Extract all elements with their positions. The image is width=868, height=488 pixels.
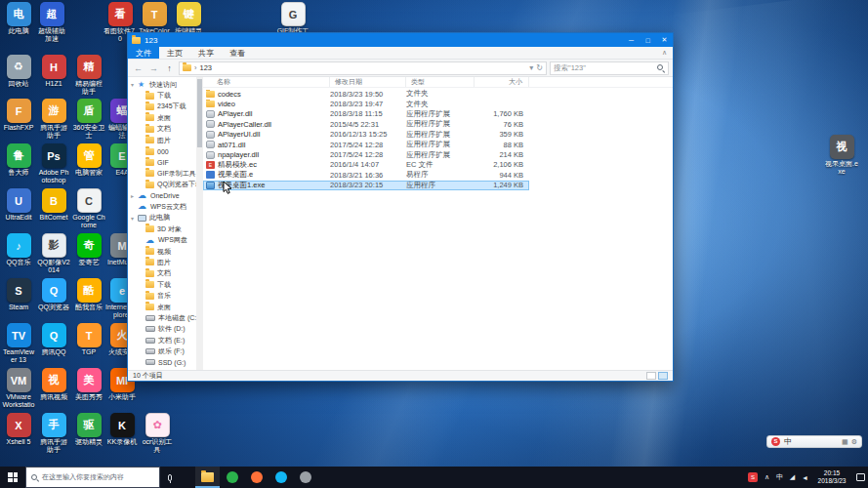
address-bar[interactable]: › 123 ▾ ↻ [179, 61, 547, 75]
details-view-button[interactable] [646, 372, 656, 380]
taskbar-app[interactable] [195, 467, 220, 488]
sidebar-item[interactable]: WPS云文档 [128, 201, 196, 212]
desktop-icon[interactable]: 视腾讯视频 [37, 368, 70, 401]
file-row[interactable]: 视果桌面1.exe2018/3/23 20:15应用程序1,249 KB [203, 181, 529, 190]
desktop-icon[interactable]: 键按键精灵 [172, 2, 205, 35]
forward-button[interactable]: → [147, 61, 160, 74]
icons-view-button[interactable] [658, 372, 668, 380]
desktop-icon[interactable]: KKK录像机 [105, 413, 139, 446]
taskbar-search-input[interactable]: 在这里输入你要搜索的内容 [25, 467, 160, 488]
column-header[interactable]: 类型 [406, 77, 475, 87]
sidebar-item[interactable]: WPS网盘 [128, 234, 196, 245]
desktop-icon[interactable]: 游腾讯手游助手 [37, 99, 70, 140]
desktop-icon[interactable]: FFlashFXP [2, 99, 35, 132]
desktop-icon[interactable]: ✿ocr识别工具 [141, 413, 174, 454]
desktop-icon[interactable]: 鲁鲁大师 [2, 143, 35, 177]
desktop-icon[interactable]: 超超级辅助加速 [35, 2, 68, 43]
desktop-icon[interactable]: ♻回收站 [2, 55, 35, 88]
start-button[interactable] [0, 467, 25, 488]
sidebar-item[interactable]: 视频 [128, 246, 196, 257]
file-row[interactable]: npaplayer.dll2017/5/24 12:28应用程序扩展214 KB [203, 149, 529, 159]
column-header[interactable]: 修改日期 [330, 77, 406, 87]
refresh-icon[interactable]: ↻ [536, 63, 543, 72]
sidebar-item[interactable]: 图片 [128, 135, 196, 145]
sidebar-item[interactable]: 文档 (E:) [128, 335, 196, 346]
file-row[interactable]: APlayerCaller.dll2015/4/5 22:31应用程序扩展76 … [203, 119, 529, 129]
file-row[interactable]: APlayerUI.dll2016/12/13 15:25应用程序扩展359 K… [203, 130, 529, 140]
desktop-icon[interactable]: 盾360安全卫士 [72, 99, 105, 140]
desktop-icon[interactable]: 酷酷我音乐 [72, 278, 105, 311]
ime-icon[interactable]: ▦ [842, 438, 848, 446]
menu-item[interactable]: 文件 [128, 47, 159, 59]
desktop-icon[interactable]: XXshell 5 [2, 413, 35, 446]
close-button[interactable]: ✕ [656, 33, 673, 47]
desktop-icon[interactable]: Q腾讯QQ [37, 323, 70, 356]
desktop-icon[interactable]: 电此电脑 [2, 2, 35, 35]
desktop-icon[interactable]: 奇爱奇艺 [72, 233, 105, 266]
ime-brand-icon[interactable]: S [771, 437, 780, 446]
file-row[interactable]: codecs2018/3/23 19:50文件夹 [203, 89, 529, 99]
breadcrumb[interactable]: 123 [200, 63, 213, 72]
sidebar-item[interactable]: 文档 [128, 124, 196, 135]
desktop-icon[interactable]: QQQ浏览器 [37, 278, 70, 311]
sidebar-item[interactable]: 桌面 [128, 112, 196, 123]
volume-icon[interactable]: ◄ [799, 474, 811, 481]
network-icon[interactable]: ◢ [786, 473, 799, 481]
address-dropdown-icon[interactable]: ▾ [529, 63, 533, 72]
desktop-icon[interactable]: 视视果桌面.exe [825, 135, 858, 176]
ime-icon[interactable]: ⚙ [851, 438, 857, 446]
sidebar-item[interactable]: 下载 [128, 90, 196, 101]
desktop-icon[interactable]: 精精易编程助手 [72, 55, 105, 96]
sidebar-item[interactable]: 桌面 [128, 302, 196, 312]
sidebar-item[interactable]: 2345下载 [128, 102, 196, 112]
ime-mode-toggle[interactable]: 中 [784, 436, 792, 447]
file-row[interactable]: 视果桌面.e2018/3/21 16:36易程序944 KB [203, 170, 529, 180]
sidebar-scrollbar[interactable] [196, 77, 203, 370]
desktop-icon[interactable]: TTakeColor [138, 2, 171, 35]
taskbar-clock[interactable]: 20:15 2018/3/23 [811, 467, 852, 488]
sogou-icon[interactable]: S [748, 472, 758, 482]
mic-button[interactable] [160, 467, 180, 488]
file-row[interactable]: 精易模块.ec2016/1/4 14:07EC 文件2,106 KB [203, 160, 529, 170]
sidebar-item[interactable]: GIF录制工具 [128, 168, 196, 179]
desktop-icon[interactable]: VMVMware Workstation [2, 368, 35, 409]
desktop-icon[interactable]: SSteam [2, 278, 35, 311]
back-button[interactable]: ← [132, 61, 145, 74]
desktop-icon[interactable]: TTGP [72, 323, 105, 356]
desktop-icon[interactable]: 手腾讯手游助手 [37, 413, 70, 454]
sidebar-item[interactable]: 000 [128, 145, 196, 156]
sidebar-item[interactable]: 音乐 [128, 290, 196, 301]
sidebar-item[interactable]: 下载 [128, 279, 196, 290]
desktop-icon[interactable]: HH1Z1 [37, 55, 70, 88]
sidebar-item[interactable]: 本地磁盘 (C:) [128, 312, 196, 323]
desktop-icon[interactable]: TVTeamViewer 13 [2, 323, 35, 364]
sidebar-item[interactable]: SSD (G:) [128, 357, 196, 368]
sidebar-item[interactable]: 3D 对象 [128, 224, 196, 234]
ime-language-indicator[interactable]: 中 [773, 472, 786, 482]
scrollbar-thumb[interactable] [197, 79, 202, 147]
desktop[interactable]: 电此电脑超超级辅助加速看看图软件7.0TTakeColor键按键精灵GGIF制作… [0, 0, 868, 467]
menu-item[interactable]: 查看 [222, 47, 253, 59]
file-row[interactable]: at071.dll2017/5/24 12:28应用程序扩展88 KB [203, 140, 529, 149]
taskbar-app[interactable] [244, 467, 269, 488]
up-button[interactable]: ↑ [163, 61, 176, 74]
column-header[interactable]: 名称 [203, 77, 330, 87]
menu-item[interactable]: 主页 [159, 47, 190, 59]
desktop-icon[interactable]: ♪QQ音乐 [2, 233, 35, 266]
sidebar-item[interactable]: 娱乐 (F:) [128, 346, 196, 356]
sidebar-item[interactable]: ▾此电脑 [128, 213, 196, 224]
desktop-icon[interactable]: 美美图秀秀 [72, 368, 105, 401]
desktop-icon[interactable]: CGoogle Chrome [72, 188, 105, 229]
sidebar-item[interactable]: GIF [128, 157, 196, 168]
taskbar-app[interactable] [220, 467, 244, 488]
action-center-button[interactable] [852, 467, 868, 488]
sidebar-item[interactable]: QQ浏览器下载 [128, 180, 196, 190]
maximize-button[interactable]: □ [640, 33, 656, 47]
desktop-icon[interactable]: 管电脑管家 [72, 143, 105, 177]
file-row[interactable]: video2018/3/23 19:47文件夹 [203, 99, 529, 108]
menu-item[interactable]: 共享 [190, 47, 222, 59]
ribbon-collapse-icon[interactable]: ∧ [656, 47, 673, 59]
desktop-icon[interactable]: PsAdobe Photoshop [37, 143, 70, 184]
sidebar-item[interactable]: 图片 [128, 257, 196, 267]
tray-expand-icon[interactable]: ∧ [761, 473, 773, 481]
